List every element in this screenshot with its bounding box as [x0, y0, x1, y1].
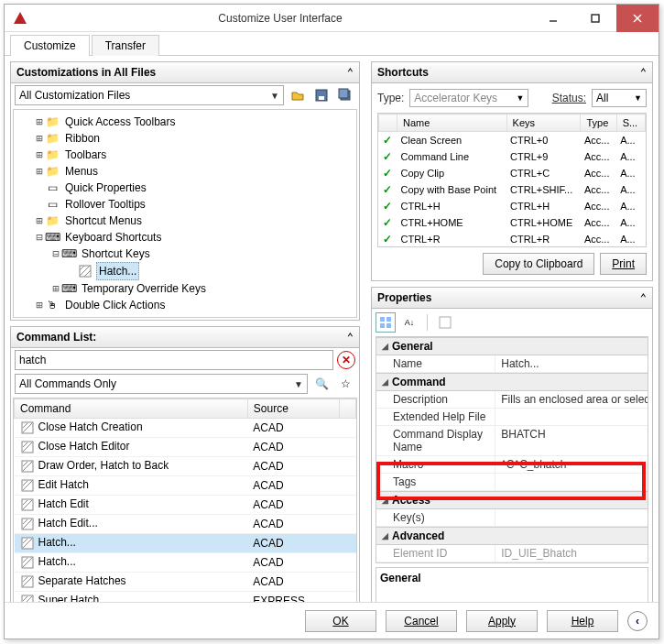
apply-button[interactable]: Apply	[466, 610, 538, 632]
status-combo[interactable]: All ▼	[592, 89, 647, 107]
favorite-icon[interactable]: ☆	[335, 374, 355, 394]
table-row[interactable]: Hatch...ACAD	[15, 534, 356, 553]
prop-category[interactable]: ◢Advanced	[376, 527, 648, 545]
save-all-icon[interactable]	[335, 85, 355, 105]
expand-icon[interactable]: ⊞	[34, 213, 45, 229]
table-row[interactable]: ✓Copy ClipCTRL+CAcc...A...	[379, 165, 646, 181]
expand-icon[interactable]: ⊞	[34, 313, 45, 318]
copy-clipboard-button[interactable]: Copy to Clipboard	[483, 253, 594, 275]
svg-rect-45	[380, 323, 385, 328]
find-icon[interactable]: 🔍	[311, 374, 332, 394]
table-row[interactable]: ✓CTRL+HOMECTRL+HOMEAcc...A...	[379, 214, 646, 231]
table-row[interactable]: Hatch EditACAD	[15, 496, 356, 515]
table-row[interactable]: ✓CTRL+HCTRL+HAcc...A...	[379, 198, 646, 214]
collapse-icon[interactable]: ⌃	[640, 291, 647, 304]
table-row[interactable]: ✓Clean ScreenCTRL+0Acc...A...	[379, 132, 646, 149]
col-command[interactable]: Command	[15, 399, 248, 419]
table-row[interactable]: Close Hatch CreationACAD	[15, 419, 356, 438]
expand-icon[interactable]: ⊞	[34, 147, 45, 163]
keyboard-icon: ⌨	[45, 230, 60, 245]
categorized-icon[interactable]	[376, 312, 396, 333]
col-type[interactable]: Type	[581, 115, 616, 132]
table-row[interactable]: Hatch Edit...ACAD	[15, 515, 356, 534]
ok-button[interactable]: OK	[305, 610, 376, 632]
alpha-sort-icon[interactable]: A↓	[399, 312, 419, 333]
panel-shortcuts-title: Shortcuts	[377, 66, 429, 79]
tree-hatch[interactable]: Hatch...	[96, 262, 139, 280]
tree-qat[interactable]: Quick Access Toolbars	[63, 114, 178, 130]
table-row[interactable]: Close Hatch EditorACAD	[15, 438, 356, 457]
command-icon	[20, 440, 35, 454]
prop-row[interactable]: NameHatch...	[376, 355, 648, 373]
cancel-button[interactable]: Cancel	[386, 610, 457, 632]
tab-customize[interactable]: Customize	[10, 35, 90, 56]
prop-row[interactable]: Element IDID_UIE_Bhatch	[376, 545, 648, 562]
collapse-icon[interactable]: ⌃	[347, 331, 354, 344]
tree-menus[interactable]: Menus	[63, 163, 100, 180]
table-row[interactable]: ✓CTRL+RCTRL+RAcc...A...	[379, 231, 646, 247]
prop-row[interactable]: DescriptionFills an enclosed area or sel…	[376, 391, 648, 409]
save-icon[interactable]	[311, 85, 332, 105]
expand-icon[interactable]: ⊞	[34, 163, 45, 180]
prop-category[interactable]: ◢General	[376, 337, 648, 355]
collapse-icon[interactable]: ⊟	[34, 229, 45, 246]
col-source[interactable]: S...	[616, 115, 645, 132]
minimize-button[interactable]	[532, 5, 574, 32]
prop-row[interactable]: Extended Help File	[376, 409, 648, 426]
prop-row[interactable]: Key(s)	[376, 509, 648, 527]
expand-icon[interactable]: ⊞	[34, 297, 45, 313]
command-icon	[20, 459, 35, 474]
window: Customize User Interface Customize Trans…	[4, 4, 659, 639]
col-keys[interactable]: Keys	[506, 115, 581, 132]
collapse-icon[interactable]: ⊟	[50, 246, 61, 262]
expand-icon[interactable]: ⊞	[50, 280, 61, 297]
folder-icon: 📁	[45, 147, 60, 162]
tree-dblclick[interactable]: Double Click Actions	[63, 297, 167, 313]
table-row[interactable]: Edit HatchACAD	[15, 476, 356, 496]
command-table: Command Source Close Hatch CreationACADC…	[14, 398, 356, 611]
tree-ribbon[interactable]: Ribbon	[63, 130, 102, 147]
panel-properties: Properties ⌃ A↓ ◢GeneralNameHatch...◢Com…	[371, 287, 653, 617]
grid-icon[interactable]	[435, 312, 455, 333]
prop-category[interactable]: ◢Command	[376, 373, 648, 391]
table-row[interactable]: Draw Order, Hatch to BackACAD	[15, 457, 356, 476]
tree-rollover[interactable]: Rollover Tooltips	[63, 196, 147, 213]
help-button[interactable]: Help	[547, 610, 618, 632]
prop-row[interactable]: Tags	[376, 474, 648, 491]
print-button[interactable]: Print	[600, 253, 647, 275]
tree-shortcutkeys[interactable]: Shortcut Keys	[80, 246, 152, 262]
type-combo[interactable]: Accelerator Keys ▼	[409, 89, 528, 107]
tree-tempoverride[interactable]: Temporary Override Keys	[80, 280, 208, 297]
collapse-icon[interactable]: ⌃	[347, 66, 354, 79]
prop-row[interactable]: Command Display NameBHATCH	[376, 426, 648, 456]
tab-transfer[interactable]: Transfer	[92, 35, 159, 56]
collapse-icon[interactable]: ⌃	[640, 66, 647, 79]
prop-row[interactable]: Macro^C^C_bhatch	[376, 456, 648, 474]
customization-files-combo[interactable]: All Customization Files ▼	[15, 85, 284, 105]
filter-combo[interactable]: All Commands Only ▼	[15, 374, 308, 394]
col-source[interactable]: Source	[247, 399, 339, 419]
tree-mouse[interactable]: Mouse Buttons	[63, 313, 140, 318]
table-row[interactable]: ✓Copy with Base PointCTRL+SHIF...Acc...A…	[379, 181, 646, 198]
expand-icon[interactable]: ⊞	[34, 130, 45, 147]
maximize-button[interactable]	[574, 5, 616, 32]
chevron-down-icon: ▼	[634, 93, 642, 103]
clear-search-button[interactable]: ✕	[337, 351, 355, 369]
expand-icon[interactable]: ⊞	[34, 114, 45, 130]
close-button[interactable]	[616, 5, 659, 32]
keyboard-icon: ⌨	[61, 281, 76, 296]
open-icon[interactable]	[288, 85, 308, 105]
search-input[interactable]: hatch	[15, 350, 333, 370]
tree-shortcutmenus[interactable]: Shortcut Menus	[63, 213, 144, 229]
table-row[interactable]: Hatch...ACAD	[15, 553, 356, 573]
table-row[interactable]: Separate HatchesACAD	[15, 573, 356, 592]
status-label: Status:	[552, 92, 586, 104]
tree-toolbars[interactable]: Toolbars	[63, 147, 108, 163]
tree-quickprops[interactable]: Quick Properties	[63, 180, 148, 196]
tree-kbshortcuts[interactable]: Keyboard Shortcuts	[63, 229, 163, 246]
col-name[interactable]: Name	[397, 115, 507, 132]
prop-category[interactable]: ◢Access	[376, 491, 648, 509]
folder-icon: 📁	[45, 115, 60, 129]
toggle-panes-button[interactable]: ‹	[627, 611, 648, 631]
table-row[interactable]: ✓Command LineCTRL+9Acc...A...	[379, 148, 646, 165]
